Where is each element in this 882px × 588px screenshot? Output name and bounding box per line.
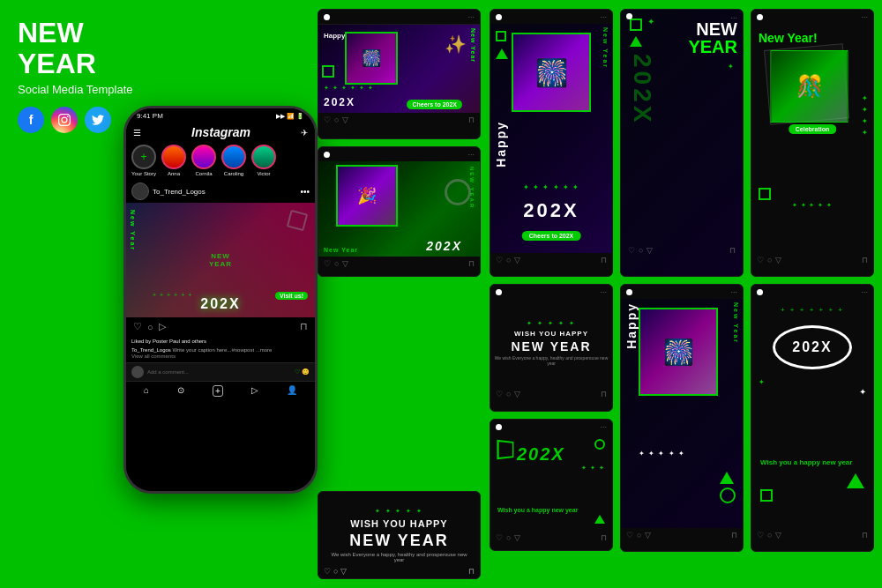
grid-card-1-stars: ✦ ✦ ✦ ✦ ✦ ✦ — [523, 183, 579, 191]
second-left-template-card: ··· 🎉 NEW YEAR 202X New Year ♡ ○ ▽ ⊓ — [318, 146, 481, 277]
post-avatar — [131, 182, 149, 200]
time: 9:41 PM — [137, 112, 163, 120]
post-likes: Liked by Poster Paul and others — [126, 336, 315, 346]
phone-screen: 9:41 PM ▶▶ 📶 🔋 ☰ Instagram ✈ + — [126, 108, 315, 491]
card2-year: 202X — [426, 239, 462, 253]
card4-photo: 🎆 — [639, 308, 718, 396]
card2-new-year: New Year — [324, 247, 358, 253]
grid-card-1: ··· 🎆 Happy New Year ✦ ✦ ✦ ✦ ✦ ✦ 202X Ch… — [490, 9, 613, 277]
card7-year: 202X — [517, 444, 565, 465]
grid-card-7: ··· 202X ✦ ✦ ✦ Wish you a happy new year… — [490, 419, 613, 551]
story-your[interactable]: + Your Story — [131, 145, 156, 176]
grid-card-5: ··· + + + + + + + 202X Wish you a happy … — [751, 284, 874, 552]
card2-photo: 🎉 — [336, 165, 398, 227]
grid-card-3: ··· New Year! 🎊 Celebration ✦ ✦ ✦ ✦ ✦ ✦ … — [751, 9, 874, 277]
celebration-badge: Celebration — [789, 124, 837, 134]
card3-new-year: New Year! — [759, 31, 818, 45]
geo-box-shape — [322, 65, 334, 78]
instagram-header: ☰ Instagram ✈ — [126, 123, 315, 141]
comment-bar: Add a comment... ♡ 😊 — [126, 362, 315, 381]
card2-year-label: YEAR — [688, 38, 737, 56]
wish-happy-label: WISH YOU HAPPY — [350, 518, 447, 529]
card-sub-text: We wish Everyone a happy, healthy and pr… — [325, 552, 473, 562]
card4-happy: Happy — [624, 302, 639, 349]
grid-card-1-year: 202X — [523, 199, 579, 222]
post-image: New Year 202X + + + + + + Visit us! NEW … — [126, 203, 315, 317]
comment-avatar — [131, 366, 144, 378]
card1-year: 202X — [324, 96, 355, 108]
grid-card-1-cheers: Cheers to 202X — [522, 231, 581, 241]
card1-vertical: New Year — [470, 28, 476, 63]
ig-logo: Instagram — [191, 125, 250, 139]
card6-new-year: NEW YEAR — [511, 340, 591, 353]
card2-circle — [445, 179, 471, 205]
bookmark-icon[interactable]: ⊓ — [300, 321, 308, 332]
post-username: To_Trend_Logos — [153, 188, 296, 196]
main-title: NEW YEAR — [18, 18, 159, 79]
card1-cheers: Cheers to 202X — [407, 100, 462, 109]
card5-ring: 202X — [773, 325, 852, 369]
card-actions-top: ··· — [467, 12, 475, 21]
phone-mockup: 9:41 PM ▶▶ 📶 🔋 ☰ Instagram ✈ + — [123, 106, 318, 494]
card6-subtext: We wish Everyone a happy, healthy and pr… — [494, 355, 609, 366]
card2-new: NEW — [688, 20, 737, 38]
card1-stars: ✦ ✦ ✦ ✦ ✦ ✦ — [324, 85, 374, 92]
post-new-year-vertical: New Year — [130, 210, 136, 251]
share-icon[interactable]: ▷ — [159, 321, 166, 332]
post-header: To_Trend_Logos ••• — [126, 180, 315, 203]
ig-action-row: ♡ ○ ▷ ⊓ — [126, 317, 315, 336]
new-year-big-label: NEW YEAR — [349, 532, 449, 548]
grid-card-1-photo: 🎆 — [512, 33, 591, 112]
story-victor[interactable]: Victor — [251, 145, 276, 176]
post-action-icons: ♡ 😊 — [295, 368, 310, 376]
grid-card-1-ny: New Year — [602, 27, 609, 69]
top-left-template-card: ··· ✨ New Year Happy ✦ ✦ ✦ ✦ ✦ ✦ 202X Ch… — [318, 9, 481, 139]
post-year: 202X — [200, 296, 240, 312]
card5-wish: Wish you a happy new year — [760, 458, 864, 466]
home-nav-icon[interactable]: ⌂ — [144, 385, 149, 397]
post-caption: To_Trend_Logos Write your caption here..… — [126, 346, 315, 362]
story-anna[interactable]: Anna — [161, 145, 186, 176]
status-bar: 9:41 PM ▶▶ 📶 🔋 — [126, 108, 315, 123]
grid-card-1-content: 🎆 Happy New Year ✦ ✦ ✦ ✦ ✦ ✦ 202X Cheers… — [490, 24, 612, 253]
grid-card-6: ··· ✦ ✦ ✦ ✦ ✦ WISH YOU HAPPY NEW YEAR We… — [490, 284, 613, 412]
bottom-nav: ⌂ ⊙ + ▷ 👤 — [126, 381, 315, 400]
card2-vertical: NEW YEAR — [469, 167, 475, 209]
comment-input[interactable]: Add a comment... — [147, 369, 291, 375]
grid-card-2: NEW YEAR 202X ✦ ✦ ♡ ○ ▽ ⊓ ··· — [620, 9, 744, 277]
card-plus-row: ✦ ✦ ✦ ✦ ✦ — [375, 508, 424, 515]
view-comments[interactable]: View all comments — [131, 354, 310, 359]
card-dot — [324, 14, 330, 20]
instagram-icon[interactable] — [51, 107, 78, 133]
profile-nav-icon[interactable]: 👤 — [287, 385, 297, 397]
like-icon[interactable]: ♡ — [133, 321, 142, 332]
card2-dot — [324, 152, 330, 158]
card5-year: 202X — [792, 339, 832, 355]
bottom-left-template-card: ✦ ✦ ✦ ✦ ✦ WISH YOU HAPPY NEW YEAR We wis… — [318, 491, 481, 579]
story-cornila[interactable]: Cornila — [191, 145, 216, 176]
search-nav-icon[interactable]: ⊙ — [177, 385, 184, 397]
story-caroling[interactable]: Caroling — [221, 145, 246, 176]
post-username-caption: To_Trend_Logos — [131, 347, 172, 353]
card1-happy: Happy — [324, 32, 345, 40]
facebook-icon[interactable]: f — [18, 107, 44, 133]
grid-card-4: ··· Happy New Year 🎆 ✦ ✦ ✦ ✦ ✦ ♡ ○ ▽ ⊓ — [620, 284, 744, 552]
stories-row: + Your Story Anna Cornila Caroling — [126, 141, 315, 180]
grid-card-1-happy: Happy — [494, 121, 508, 167]
subtitle: Social Media Template — [18, 83, 159, 96]
comment-icon[interactable]: ○ — [147, 322, 153, 332]
add-nav-icon[interactable]: + — [213, 385, 223, 397]
card1-photo: 🎆 — [345, 32, 398, 85]
post-more-icon[interactable]: ••• — [300, 187, 310, 197]
phone-outer: 9:41 PM ▶▶ 📶 🔋 ☰ Instagram ✈ + — [123, 106, 318, 494]
card-bottom-actions: ♡ ○ ▽ — [324, 567, 347, 576]
post-plus-signs: + + + + + + — [153, 292, 192, 298]
new-year-overlay: NEW — [209, 252, 232, 260]
visit-us-badge: Visit us! — [275, 292, 308, 300]
twitter-icon[interactable] — [85, 107, 111, 133]
reel-nav-icon[interactable]: ▷ — [251, 385, 258, 397]
card7-wish: Wish you a happy new year — [497, 507, 605, 513]
year-overlay: YEAR — [209, 260, 232, 268]
card3-celebration-stack: 🎊 Celebration — [771, 50, 855, 134]
card6-wish-happy: WISH YOU HAPPY — [514, 330, 588, 338]
